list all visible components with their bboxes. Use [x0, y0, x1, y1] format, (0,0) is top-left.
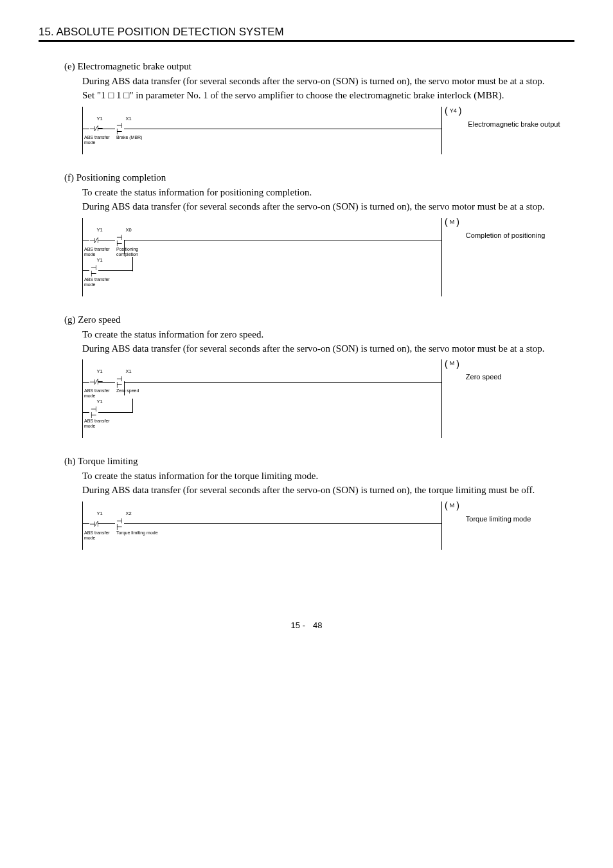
- coil-m: (M): [445, 359, 459, 368]
- desc-x1: Brake (MBR): [116, 135, 148, 145]
- side-label-g: Zero speed: [466, 372, 502, 383]
- ladder-f: Y1 X0 ⊣∕⊢ ⊣ ⊢ ABS transfer mode Position…: [82, 218, 571, 296]
- contact-no-x1: ⊣ ⊢: [115, 375, 124, 388]
- side-label-f: Completion of positioning: [466, 231, 546, 241]
- desc-x0: Positioning completion: [116, 247, 148, 257]
- section-g-body1: To create the status information for zer…: [64, 328, 571, 342]
- contact-no-x2: ⊣ ⊢: [115, 518, 124, 530]
- section-h-body1: To create the status information for the…: [64, 469, 571, 484]
- label-y1: Y1: [87, 227, 112, 234]
- page-header: 15. ABSOLUTE POSITION DETECTION SYSTEM: [39, 26, 574, 39]
- section-e-title: (e) Electromagnetic brake output: [64, 61, 571, 72]
- desc-x1: Zero speed: [116, 388, 148, 399]
- label-y1: Y1: [87, 116, 112, 123]
- side-label-h: Torque limiting mode: [466, 514, 531, 525]
- coil-m: (M): [445, 218, 459, 226]
- section-f-body1: To create the status information for pos…: [64, 186, 571, 200]
- label-y1: Y1: [87, 511, 112, 518]
- contact-no-x1: ⊣ ⊢: [115, 122, 124, 135]
- desc-y1: ABS transfer mode: [84, 388, 116, 399]
- ladder-e: Y1 X1 ⊣∕⊢ ⊣ ⊢ ABS transfer mode Brake (M…: [82, 107, 571, 155]
- contact-nc-y1: ⊣∕⊢: [89, 237, 98, 244]
- side-label-e: Electromagnetic brake output: [468, 120, 560, 130]
- contact-no-y1: ⊣ ⊢: [89, 406, 98, 419]
- section-f-body2: During ABS data transfer (for several se…: [64, 200, 571, 214]
- section-h-body2: During ABS data transfer (for several se…: [64, 484, 571, 498]
- page: 15. ABSOLUTE POSITION DETECTION SYSTEM (…: [0, 0, 613, 656]
- contact-no-x0: ⊣ ⊢: [115, 234, 124, 247]
- section-g-title: (g) Zero speed: [64, 314, 571, 325]
- section-g: (g) Zero speed To create the status info…: [39, 314, 574, 438]
- desc-y1: ABS transfer mode: [84, 530, 116, 541]
- coil-m: (M): [445, 502, 459, 510]
- coil-y4: (Y4): [445, 107, 461, 115]
- desc-y1: ABS transfer mode: [84, 135, 116, 145]
- section-g-body2: During ABS data transfer (for several se…: [64, 342, 571, 356]
- page-number: 15 -48: [39, 620, 574, 630]
- label-y1: Y1: [87, 368, 112, 375]
- section-e-body2: Set "1 □ 1 □" in parameter No. 1 of the …: [64, 89, 571, 103]
- ladder-h: Y1 X2 ⊣∕⊢ ⊣ ⊢ ABS transfer mode Torque l…: [82, 502, 571, 550]
- contact-no-y1: ⊣ ⊢: [89, 264, 98, 277]
- section-f: (f) Positioning completion To create the…: [39, 172, 574, 296]
- contact-nc-y1: ⊣∕⊢: [89, 125, 98, 132]
- contact-nc-y1: ⊣∕⊢: [89, 521, 98, 527]
- desc-x2: Torque limiting mode: [116, 530, 174, 541]
- section-e-body1: During ABS data transfer (for several se…: [64, 75, 571, 89]
- desc-y1b: ABS transfer mode: [84, 419, 116, 429]
- section-f-title: (f) Positioning completion: [64, 172, 571, 183]
- desc-y1b: ABS transfer mode: [84, 277, 116, 287]
- contact-nc-y1: ⊣∕⊢: [89, 379, 98, 385]
- section-e: (e) Electromagnetic brake output During …: [39, 61, 574, 154]
- header-divider: [39, 40, 574, 42]
- section-h-title: (h) Torque limiting: [64, 456, 571, 467]
- ladder-g: Y1 X1 ⊣∕⊢ ⊣ ⊢ ABS transfer mode Zero spe…: [82, 359, 571, 438]
- desc-y1: ABS transfer mode: [84, 247, 116, 257]
- section-h: (h) Torque limiting To create the status…: [39, 456, 574, 549]
